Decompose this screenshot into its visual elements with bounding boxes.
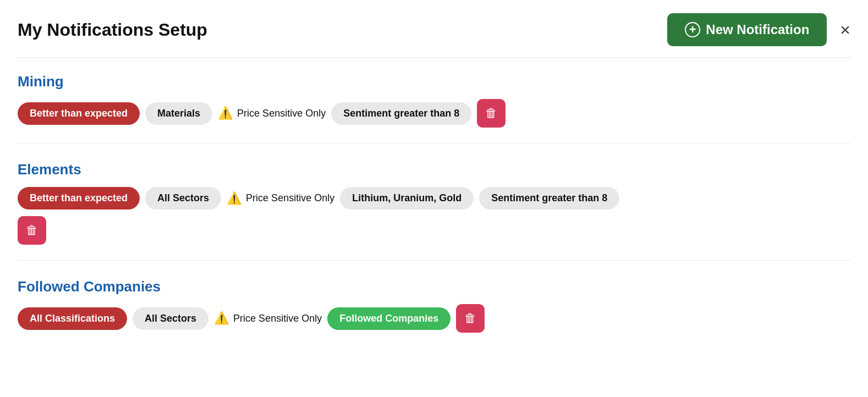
header-right: + New Notification × <box>667 13 850 46</box>
price-sensitive-label: Price Sensitive Only <box>237 108 326 119</box>
warning-icon: ⚠️ <box>227 191 241 206</box>
warning-icon: ⚠️ <box>214 311 229 326</box>
trash-icon: 🗑 <box>26 223 38 238</box>
tags-row-followed-companies: All ClassificationsAll Sectors⚠️Price Se… <box>18 304 850 333</box>
tag-3: Sentiment greater than 8 <box>331 102 471 125</box>
sections-container: MiningBetter than expectedMaterials⚠️Pri… <box>18 73 850 348</box>
tag-0: Better than expected <box>18 187 140 209</box>
tag-1: All Sectors <box>133 307 208 330</box>
trash-icon: 🗑 <box>464 311 476 326</box>
tag-3: Followed Companies <box>327 307 451 330</box>
header: My Notifications Setup + New Notificatio… <box>18 13 850 58</box>
close-button[interactable]: × <box>840 21 850 38</box>
price-sensitive-tag: ⚠️Price Sensitive Only <box>227 191 334 206</box>
tags-row-mining: Better than expectedMaterials⚠️Price Sen… <box>18 99 850 128</box>
price-sensitive-tag: ⚠️Price Sensitive Only <box>218 106 326 120</box>
tags-row-elements: Better than expectedAll Sectors⚠️Price S… <box>18 187 850 209</box>
price-sensitive-tag: ⚠️Price Sensitive Only <box>214 311 322 326</box>
delete-button-followed-companies[interactable]: 🗑 <box>456 304 485 333</box>
price-sensitive-label: Price Sensitive Only <box>233 313 322 324</box>
new-notification-label: New Notification <box>706 22 809 37</box>
section-elements: ElementsBetter than expectedAll Sectors⚠… <box>18 161 850 261</box>
new-notification-button[interactable]: + New Notification <box>667 13 827 46</box>
section-title-elements: Elements <box>18 161 850 178</box>
trash-icon: 🗑 <box>485 106 497 120</box>
section-title-mining: Mining <box>18 73 850 90</box>
tag-3: Lithium, Uranium, Gold <box>340 187 474 209</box>
tag-1: Materials <box>145 102 212 125</box>
tag-4: Sentiment greater than 8 <box>479 187 619 209</box>
tag-1: All Sectors <box>145 187 221 209</box>
warning-icon: ⚠️ <box>218 106 233 120</box>
page-container: My Notifications Setup + New Notificatio… <box>0 0 868 383</box>
delete-button-elements[interactable]: 🗑 <box>18 216 46 245</box>
page-title: My Notifications Setup <box>18 20 207 40</box>
plus-icon: + <box>685 22 700 37</box>
section-followed-companies: Followed CompaniesAll ClassificationsAll… <box>18 278 850 348</box>
section-mining: MiningBetter than expectedMaterials⚠️Pri… <box>18 73 850 144</box>
tag-0: All Classifications <box>18 307 127 330</box>
tag-0: Better than expected <box>18 102 140 125</box>
delete-row-elements: 🗑 <box>18 216 850 245</box>
price-sensitive-label: Price Sensitive Only <box>246 192 334 204</box>
delete-button-mining[interactable]: 🗑 <box>477 99 506 128</box>
section-title-followed-companies: Followed Companies <box>18 278 850 295</box>
